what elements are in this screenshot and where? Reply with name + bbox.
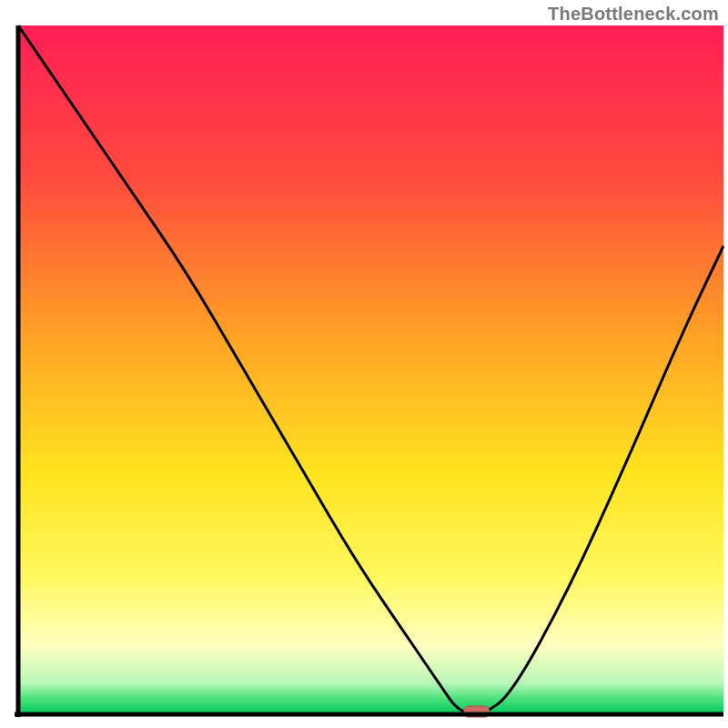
watermark-text: TheBottleneck.com [548, 4, 719, 25]
chart-container: { "watermark": "TheBottleneck.com", "cha… [0, 0, 728, 728]
bottleneck-chart [0, 0, 728, 728]
gradient-background [18, 25, 723, 714]
